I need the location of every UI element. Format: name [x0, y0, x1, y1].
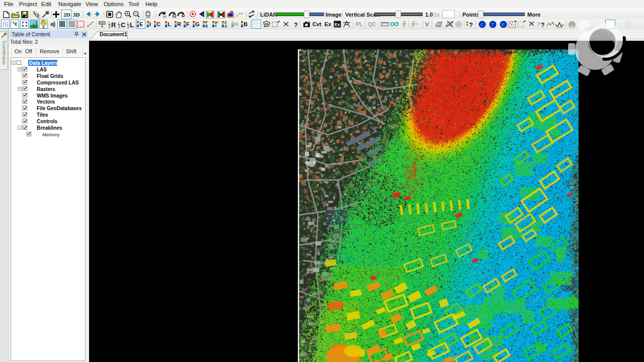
svg-text:FF: FF — [230, 11, 233, 14]
svg-text:C: C — [480, 22, 484, 27]
svg-text:SV: SV — [163, 15, 167, 18]
svg-text:1: 1 — [108, 22, 110, 25]
svg-text:H: H — [416, 22, 418, 26]
svg-text:1: 1 — [127, 22, 129, 25]
svg-text:E: E — [502, 22, 505, 27]
svg-text:?: ? — [541, 22, 544, 28]
svg-text:2: 2 — [109, 25, 111, 28]
svg-text:T: T — [491, 22, 494, 27]
svg-text:R: R — [111, 21, 116, 28]
svg-text:?: ? — [469, 21, 473, 28]
svg-text:100: 100 — [146, 16, 150, 18]
svg-text:L: L — [130, 21, 134, 28]
svg-text:1: 1 — [118, 22, 120, 25]
svg-text:Ex: Ex — [335, 22, 340, 27]
svg-text:2: 2 — [127, 25, 129, 28]
svg-text:C: C — [37, 15, 40, 19]
svg-text:2: 2 — [118, 25, 120, 28]
svg-text:C: C — [121, 21, 126, 28]
